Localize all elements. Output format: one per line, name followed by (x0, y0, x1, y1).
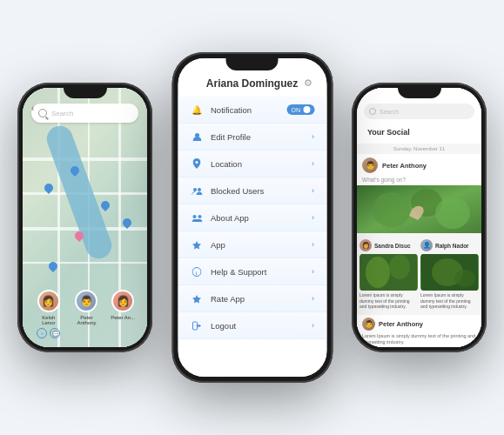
social-feed: Sunday, November 11 👨 Peter Anthony What… (357, 144, 481, 347)
avatar-face: 👨 (77, 291, 96, 311)
dual-post-header: 👩 Sandra Disuc (360, 239, 418, 251)
left-notch (64, 88, 107, 98)
menu-item-logout[interactable]: Logout › (178, 312, 326, 339)
social-search-text: Search (380, 109, 399, 115)
search-icon (369, 108, 376, 115)
dual-post-image (420, 254, 479, 291)
avatar: 👨 (362, 157, 378, 173)
menu-label-location: Location (211, 159, 312, 169)
avatar-item: 👨 Peter Anthony (72, 290, 100, 338)
dual-post-text: Lorem Ipsum is simply dummy text of the … (360, 292, 418, 310)
avatar-name: Peter Anthony (72, 315, 100, 325)
bottom-post: 👨 Peter Anthony Lorem Ipsum is simply du… (357, 315, 481, 348)
menu-item-edit-profile[interactable]: Edit Profile › (178, 124, 326, 151)
avatar-item: 👩 Kelsh Lenor + 💬 (35, 290, 63, 338)
about-app-icon (190, 211, 204, 224)
svg-marker-5 (192, 241, 201, 250)
star-icon (190, 238, 204, 251)
menu-label-app: App (211, 240, 312, 250)
menu-label-rate-app: Rate App (211, 294, 312, 304)
menu-label-edit-profile: Edit Profile (211, 132, 312, 142)
menu-item-help-support[interactable]: i Help & Support › (178, 258, 326, 285)
arrow-icon: › (312, 294, 314, 303)
menu-item-location[interactable]: Location › (178, 151, 326, 177)
post-header: 👨 Peter Anthony (357, 154, 481, 177)
avatar-item: 👩 Peter An... (111, 290, 135, 338)
rate-star-icon (190, 291, 204, 305)
svg-point-3 (192, 215, 196, 218)
map-road (23, 262, 147, 264)
center-notch (226, 58, 279, 70)
svg-point-4 (198, 215, 201, 218)
logout-icon (190, 318, 204, 332)
arrow-icon: › (312, 132, 314, 141)
avatar-face: 👩 (39, 291, 58, 311)
social-post: 👨 Peter Anthony What's going on? (357, 154, 481, 233)
avatar: 👤 (420, 239, 433, 251)
post-what-text: What's going on? (357, 177, 481, 185)
menu-label-help-support: Help & Support (211, 267, 312, 277)
menu-item-app[interactable]: App › (178, 231, 326, 258)
menu-item-blocked-users[interactable]: Blocked Users › (178, 177, 326, 204)
dual-post-header: 👤 Ralph Nador (420, 239, 479, 251)
arrow-icon: › (312, 159, 314, 168)
svg-point-20 (454, 270, 475, 287)
avatar: 👨 (75, 290, 97, 312)
dual-post-text: Lorem Ipsum is simply dummy text of the … (420, 292, 479, 310)
post-image (357, 185, 481, 233)
map-screen: Search ‹ 👩 Kelsh Lenor + 💬 (23, 88, 147, 347)
dual-post-image (360, 254, 418, 291)
menu-label-notification: Notification (211, 105, 287, 115)
blocked-users-icon (190, 184, 204, 197)
notification-icon: 🔔 (190, 103, 204, 117)
plus-icon[interactable]: + (37, 328, 47, 338)
social-search-bar[interactable]: Search (364, 104, 474, 119)
arrow-icon: › (312, 186, 314, 195)
bottom-post-author: Peter Anthony (379, 320, 423, 328)
menu-label-logout: Logout (211, 321, 312, 331)
avatar-face: 👩 (113, 291, 132, 311)
scene: Search ‹ 👩 Kelsh Lenor + 💬 (0, 0, 504, 435)
arrow-icon: › (312, 321, 314, 330)
avatar: 👩 (360, 239, 372, 251)
menu-label-about-app: About App (211, 213, 312, 223)
back-arrow-icon[interactable]: ‹ (31, 104, 34, 113)
svg-point-14 (435, 197, 470, 229)
center-phone-screen: Ariana Dominguez ⚙ 🔔 Notification ON (178, 58, 326, 377)
map-search-bar[interactable]: Search (31, 104, 138, 123)
post-author-name: Peter Anthony (382, 162, 427, 170)
right-notch (398, 88, 441, 98)
menu-item-notification[interactable]: 🔔 Notification ON (178, 97, 326, 124)
search-icon (38, 109, 47, 117)
menu-screen: Ariana Dominguez ⚙ 🔔 Notification ON (178, 58, 326, 377)
profile-icon (190, 130, 204, 144)
menu-item-about-app[interactable]: About App › (178, 204, 326, 231)
avatar: 👨 (362, 318, 375, 331)
gear-icon[interactable]: ⚙ (304, 77, 316, 90)
menu-item-rate-app[interactable]: Rate App › (178, 285, 326, 312)
chat-icon[interactable]: 💬 (50, 328, 60, 338)
social-date: Sunday, November 11 (357, 144, 481, 154)
user-name: Ariana Dominguez (206, 77, 298, 90)
map-road (23, 157, 147, 161)
avatar: 👩 (111, 290, 134, 312)
svg-point-16 (366, 257, 390, 288)
social-screen: Search Your Social Sunday, November 11 👨… (357, 88, 481, 347)
svg-marker-8 (192, 295, 201, 304)
arrow-icon: › (312, 240, 314, 249)
bottom-post-text: Lorem Ipsum is simply dummy text of the … (357, 333, 481, 348)
notification-toggle[interactable]: ON (287, 104, 315, 115)
svg-point-17 (389, 255, 410, 279)
map-avatars: 👩 Kelsh Lenor + 💬 👨 Peter Anthony (23, 290, 147, 338)
center-phone: Ariana Dominguez ⚙ 🔔 Notification ON (171, 52, 333, 383)
dual-post-right: 👤 Ralph Nador Lorem Ipsum is simp (420, 239, 479, 310)
dual-post-author: Ralph Nador (435, 243, 469, 249)
arrow-icon: › (312, 267, 314, 276)
svg-text:i: i (196, 269, 198, 276)
toggle-label: ON (292, 107, 301, 113)
location-icon (190, 157, 204, 171)
dual-post-left: 👩 Sandra Disuc Lorem Ipsum is sim (360, 239, 418, 310)
svg-point-1 (193, 188, 197, 191)
dual-post-author: Sandra Disuc (374, 243, 411, 249)
help-icon: i (190, 264, 204, 278)
